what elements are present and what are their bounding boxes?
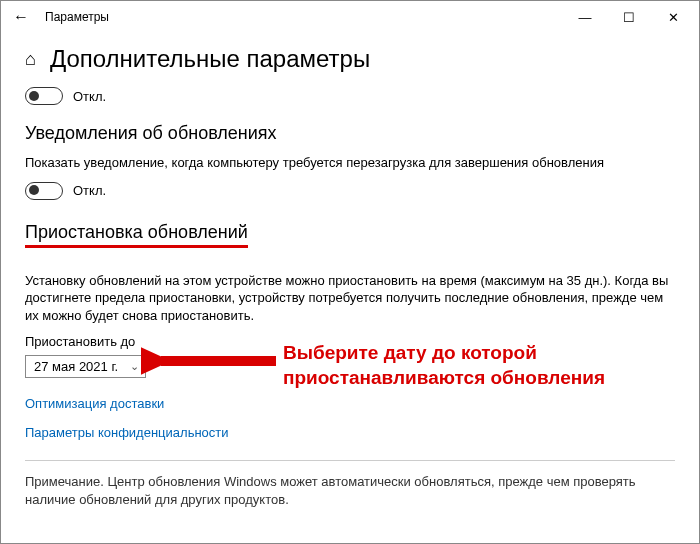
footer-divider: Примечание. Центр обновления Windows мож…	[25, 460, 675, 508]
notifications-toggle-label: Откл.	[73, 183, 106, 198]
titlebar: ← Параметры — ☐ ✕	[1, 1, 699, 33]
home-icon[interactable]: ⌂	[25, 49, 36, 70]
content-area: ⌂ Дополнительные параметры Откл. Уведомл…	[1, 33, 699, 508]
annotation-text: Выберите дату до которой приостанавливаю…	[283, 341, 605, 390]
close-button[interactable]: ✕	[651, 1, 695, 33]
pause-title-wrap: Приостановка обновлений	[25, 222, 675, 258]
annotation-line1: Выберите дату до которой	[283, 341, 605, 366]
notifications-desc: Показать уведомление, когда компьютеру т…	[25, 154, 675, 172]
delivery-optimization-link[interactable]: Оптимизация доставки	[25, 396, 675, 411]
back-button[interactable]: ←	[5, 1, 37, 33]
page-header: ⌂ Дополнительные параметры	[25, 45, 675, 73]
notifications-toggle[interactable]	[25, 182, 63, 200]
footer-note: Примечание. Центр обновления Windows мож…	[25, 473, 675, 508]
notifications-toggle-row: Откл.	[25, 182, 675, 200]
top-toggle-label: Откл.	[73, 89, 106, 104]
annotation-line2: приостанавливаются обновления	[283, 366, 605, 391]
pause-title: Приостановка обновлений	[25, 222, 248, 248]
page-title: Дополнительные параметры	[50, 45, 370, 73]
notifications-title: Уведомления об обновлениях	[25, 123, 675, 144]
pause-desc: Установку обновлений на этом устройстве …	[25, 272, 675, 325]
pause-section: Приостановка обновлений Установку обновл…	[25, 222, 675, 441]
top-toggle-row: Откл.	[25, 87, 675, 105]
window-title: Параметры	[45, 10, 109, 24]
minimize-button[interactable]: —	[563, 1, 607, 33]
maximize-button[interactable]: ☐	[607, 1, 651, 33]
pause-date-value: 27 мая 2021 г.	[34, 359, 118, 374]
pause-date-select[interactable]: 27 мая 2021 г. ⌄	[25, 355, 146, 378]
top-toggle[interactable]	[25, 87, 63, 105]
window-controls: — ☐ ✕	[563, 1, 695, 33]
annotation-arrow-icon	[141, 331, 281, 391]
privacy-settings-link[interactable]: Параметры конфиденциальности	[25, 425, 675, 440]
chevron-down-icon: ⌄	[130, 360, 139, 373]
